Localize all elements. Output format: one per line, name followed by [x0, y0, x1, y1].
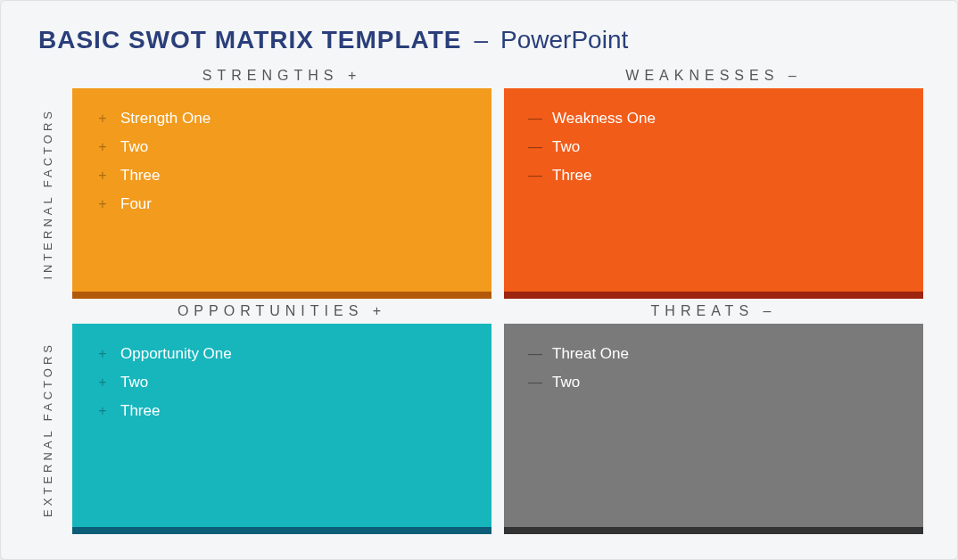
slide-container: BASIC SWOT MATRIX TEMPLATE – PowerPoint … [0, 0, 958, 560]
title-app-name: PowerPoint [500, 26, 628, 54]
quad-strengths: +Strength One +Two +Three +Four [72, 88, 491, 299]
header-weaknesses: WEAKNESSES – [504, 68, 923, 84]
item-text: Weakness One [552, 110, 656, 128]
plus-icon: + [95, 111, 110, 127]
list-item: —Weakness One [527, 110, 900, 128]
plus-icon: + [95, 403, 110, 419]
list-item: —Threat One [527, 345, 900, 363]
header-strengths: STRENGTHS + [72, 68, 491, 84]
swot-matrix: STRENGTHS + WEAKNESSES – INTERNAL FACTOR… [35, 63, 923, 534]
header-threats: THREATS – [504, 303, 923, 319]
rowlabel-internal: INTERNAL FACTORS [41, 108, 54, 280]
header-opportunities: OPPORTUNITIES + [72, 303, 491, 319]
item-text: Two [120, 138, 148, 156]
list-item: +Strength One [95, 110, 468, 128]
list-item: —Two [527, 138, 900, 156]
item-text: Three [120, 402, 160, 420]
plus-icon: + [95, 168, 110, 184]
title-bold-part: BASIC SWOT MATRIX TEMPLATE [38, 26, 462, 54]
list-item: +Two [95, 138, 468, 156]
rowlabel-external: EXTERNAL FACTORS [41, 342, 54, 517]
item-text: Strength One [120, 110, 211, 128]
plus-icon: + [95, 375, 110, 391]
quad-weaknesses: —Weakness One —Two —Three [504, 88, 923, 299]
list-item: +Three [95, 167, 468, 185]
minus-icon: — [527, 375, 541, 391]
minus-icon: — [527, 139, 541, 155]
plus-icon: + [95, 196, 110, 212]
item-text: Three [120, 167, 160, 185]
plus-icon: + [95, 346, 110, 362]
item-text: Four [120, 195, 152, 213]
item-text: Threat One [552, 345, 629, 363]
minus-icon: — [527, 346, 541, 362]
quad-threats: —Threat One —Two [504, 324, 923, 534]
list-item: —Three [527, 167, 900, 185]
minus-icon: — [527, 168, 541, 184]
item-text: Three [552, 167, 591, 185]
list-item: +Two [95, 374, 468, 391]
list-item: +Four [95, 195, 468, 213]
list-item: +Opportunity One [95, 345, 468, 363]
minus-icon: — [527, 111, 541, 127]
list-item: +Three [95, 402, 468, 420]
list-item: —Two [527, 374, 900, 391]
spacer [35, 63, 60, 88]
spacer [35, 299, 60, 324]
plus-icon: + [95, 139, 110, 155]
item-text: Opportunity One [120, 345, 232, 363]
item-text: Two [552, 138, 580, 156]
item-text: Two [552, 374, 580, 391]
title-dash: – [475, 26, 489, 54]
slide-title: BASIC SWOT MATRIX TEMPLATE – PowerPoint [35, 26, 923, 54]
item-text: Two [120, 374, 148, 391]
quad-opportunities: +Opportunity One +Two +Three [72, 324, 491, 534]
